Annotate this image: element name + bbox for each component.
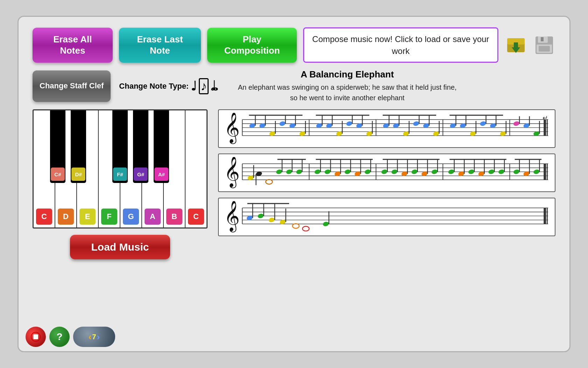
svg-point-164 — [257, 213, 264, 219]
svg-point-55 — [413, 121, 420, 127]
nav-number: 7 — [92, 333, 96, 341]
staff-svg-3: 𝄞 — [222, 201, 550, 233]
note-type-label: Change Note Type: — [119, 82, 189, 91]
eighth-note-icon[interactable]: ♪ — [199, 78, 209, 94]
staff-1: 𝄞 — [218, 109, 555, 148]
song-info: A Balancing Elephant An elephant was swi… — [235, 69, 459, 103]
key-label-cs: C# — [51, 168, 65, 181]
top-row: Erase All Notes Erase Last Note Play Com… — [33, 27, 555, 63]
key-label-fs: F# — [113, 168, 127, 181]
help-button[interactable]: ? — [49, 327, 70, 347]
svg-point-68 — [479, 121, 486, 127]
svg-point-100 — [275, 169, 282, 175]
svg-rect-6 — [541, 37, 544, 41]
change-clef-button[interactable]: Change Staff Clef — [33, 70, 111, 102]
app-container: Erase All Notes Erase Last Note Play Com… — [18, 16, 570, 352]
svg-point-166 — [268, 217, 275, 223]
svg-rect-3 — [514, 42, 518, 48]
left-arrow-icon: ‹ — [89, 332, 92, 342]
black-key-cs[interactable]: C# — [50, 110, 65, 183]
svg-point-113 — [344, 169, 351, 175]
nav-arrows-button[interactable]: ‹ 7 › — [73, 327, 115, 347]
svg-point-102 — [286, 169, 293, 175]
black-key-as[interactable]: A# — [154, 110, 169, 183]
svg-point-133 — [448, 169, 455, 175]
load-icon-button[interactable] — [505, 33, 527, 57]
key-label-as: A# — [154, 168, 168, 181]
svg-point-126 — [411, 169, 418, 175]
svg-point-141 — [488, 169, 495, 175]
key-label-c2: C — [188, 209, 204, 225]
key-label-b: B — [166, 209, 182, 225]
erase-last-button[interactable]: Erase Last Note — [119, 28, 201, 63]
key-label-a: A — [145, 209, 161, 225]
staff-svg-2: 𝄞 — [222, 157, 550, 189]
quarter-note-icon[interactable]: ♩ — [191, 80, 197, 93]
erase-all-button[interactable]: Erase All Notes — [33, 28, 113, 63]
svg-point-117 — [364, 169, 371, 175]
song-description: An elephant was swinging on a spiderweb;… — [235, 82, 459, 103]
svg-point-29 — [279, 121, 286, 127]
stop-button[interactable] — [26, 327, 46, 347]
note-type-area: Change Note Type: ♩ ♪ 𝅗𝅥 𝅝 — [119, 78, 213, 94]
svg-point-42 — [346, 121, 353, 127]
staves-area: 𝄞 — [218, 109, 555, 259]
key-label-d: D — [58, 209, 74, 225]
key-label-c: C — [36, 209, 52, 225]
svg-point-107 — [314, 169, 321, 175]
svg-point-109 — [324, 169, 331, 175]
key-label-e: E — [79, 209, 96, 225]
staff-svg-1: 𝄞 — [222, 113, 550, 144]
white-key-c2[interactable]: C — [186, 110, 206, 227]
svg-rect-8 — [539, 46, 550, 52]
right-arrow-icon: › — [97, 332, 100, 342]
bottom-bar: ? ‹ 7 › — [26, 327, 115, 347]
piano[interactable]: C D E F G A — [33, 109, 208, 229]
svg-point-122 — [391, 169, 398, 175]
svg-point-172 — [322, 221, 329, 227]
svg-text:↵: ↵ — [542, 114, 548, 122]
svg-point-137 — [468, 169, 475, 175]
key-label-ds: D# — [71, 168, 85, 181]
svg-text:𝄞: 𝄞 — [224, 113, 240, 144]
svg-point-170 — [293, 224, 299, 228]
svg-point-104 — [296, 169, 303, 175]
song-title: A Balancing Elephant — [235, 69, 459, 80]
svg-text:𝄞: 𝄞 — [224, 157, 240, 189]
compose-box[interactable]: Compose music now! Click to load or save… — [303, 27, 498, 63]
svg-point-98 — [266, 179, 272, 184]
load-music-button[interactable]: Load Music — [70, 235, 170, 259]
black-key-gs[interactable]: G# — [133, 110, 148, 183]
staff-3: 𝄞 — [218, 198, 555, 236]
black-key-fs[interactable]: F# — [112, 110, 128, 183]
svg-point-143 — [498, 169, 505, 175]
key-label-gs: G# — [134, 168, 148, 181]
svg-point-171 — [302, 226, 309, 231]
second-row: Change Staff Clef Change Note Type: ♩ ♪ … — [33, 69, 555, 103]
key-label-f: F — [101, 209, 117, 225]
svg-text:𝄞: 𝄞 — [224, 201, 240, 233]
svg-point-150 — [533, 169, 540, 175]
play-composition-button[interactable]: Play Composition — [207, 28, 297, 63]
piano-area: C D E F G A — [33, 109, 208, 259]
staff-2: 𝄞 — [218, 154, 555, 192]
svg-point-120 — [381, 169, 388, 175]
question-mark: ? — [56, 331, 62, 342]
main-content: C D E F G A — [33, 109, 555, 259]
svg-rect-175 — [33, 334, 38, 339]
svg-point-130 — [431, 169, 438, 175]
svg-point-74 — [513, 121, 520, 127]
black-key-ds[interactable]: D# — [71, 110, 86, 183]
svg-point-146 — [513, 169, 520, 175]
save-icon-button[interactable] — [533, 33, 555, 57]
key-label-g: G — [123, 209, 139, 225]
